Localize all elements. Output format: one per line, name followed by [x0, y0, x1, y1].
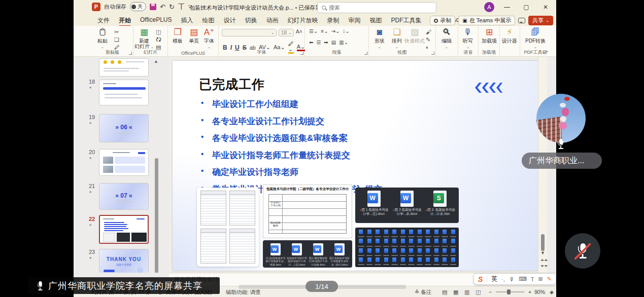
present-in-teams-button[interactable]: ▣在 Teams 中展示 [458, 16, 515, 25]
paragraph-dialog-launcher[interactable] [364, 52, 367, 55]
new-slide-button[interactable]: ▦新建 幻灯片 ⌄ [134, 28, 154, 49]
ime-brush-icon[interactable]: ✎ [547, 276, 552, 282]
thumbnail-slide-21[interactable]: » 07 « [99, 183, 149, 210]
sogou-logo-icon[interactable]: S [478, 275, 483, 283]
scroll-down-icon[interactable]: ▼ [540, 250, 545, 255]
webcam-avatar[interactable] [536, 94, 586, 143]
thumbnail-slide-23[interactable]: THANK YOU 感谢大家观看 [99, 249, 149, 273]
shapes-button[interactable]: ◙形状⌄ [371, 28, 388, 49]
normal-view-icon[interactable]: ▤ [442, 289, 447, 295]
paste-button[interactable]: 📋︎粘贴⌄ [94, 28, 111, 49]
thumbnail-slide-18[interactable] [99, 80, 149, 105]
line-spacing-icon[interactable]: ↕⌄ [343, 28, 349, 34]
thumbnail-slide-17-partial[interactable] [99, 58, 149, 77]
template-button[interactable]: ❐模板 [169, 28, 186, 44]
ribbon-tab-开始[interactable]: 开始 [114, 15, 135, 26]
slide-sorter-view-icon[interactable]: ▦ [453, 289, 458, 295]
zoom-slider-knob[interactable] [507, 289, 511, 294]
copy-icon[interactable]: ❏ [114, 37, 120, 43]
thumbnail-slide-19[interactable]: » 06 « [99, 114, 149, 142]
slideshow-view-icon[interactable]: ◫ [476, 289, 481, 295]
ribbon-tab-录制[interactable]: 录制 [322, 15, 344, 26]
font-size-combo[interactable]: 18⌄ [279, 29, 294, 36]
ribbon-tab-切换[interactable]: 切换 [240, 15, 261, 26]
close-button[interactable]: ✕ [539, 2, 552, 12]
ribbon-tab-视图[interactable]: 视图 [365, 15, 386, 26]
undo-icon[interactable]: ↶ [160, 3, 165, 11]
notes-toggle[interactable]: ≙ 备注 [415, 289, 431, 296]
share-button[interactable]: 共享⌄ [528, 16, 553, 25]
maximize-button[interactable]: ▢ [520, 2, 533, 12]
reset-icon[interactable]: 🗘︎ [156, 37, 161, 43]
ribbon-tab-插入[interactable]: 插入 [176, 15, 197, 26]
shape-fill-icon[interactable]: 🖌︎ [426, 29, 431, 35]
collapse-ribbon-icon[interactable]: ⌄ [545, 48, 549, 53]
ribbon-tab-绘图[interactable]: 绘图 [197, 15, 219, 26]
quick-styles-button[interactable]: ▨快速样式 [404, 28, 425, 44]
previous-slide-icon[interactable]: ⏶⏶ [540, 257, 548, 263]
redo-icon[interactable]: ↻ [169, 3, 175, 11]
ime-skin-icon[interactable]: T [531, 276, 534, 282]
editing-button[interactable]: 🔍︎编辑⌄ [438, 28, 455, 49]
drawing-dialog-launcher[interactable] [431, 52, 434, 55]
save-icon[interactable] [150, 4, 156, 10]
single-page-button[interactable]: ▤单页 [185, 28, 202, 44]
align-left-icon[interactable]: ⬅︎ [309, 40, 313, 45]
ribbon-tab-幻灯片放映[interactable]: 幻灯片放映 [283, 15, 322, 26]
dictate-button[interactable]: 🎙︎听写⌄ [459, 28, 477, 49]
next-slide-icon[interactable]: ⏷⏷ [540, 264, 548, 269]
grow-font-icon[interactable]: A˄ [296, 29, 302, 34]
thumbnail-slide-20[interactable] [99, 149, 149, 176]
fit-to-window-icon[interactable]: ◈ [550, 289, 554, 295]
ime-mic-icon[interactable]: 🎙︎ [509, 276, 515, 282]
clipboard-dialog-launcher[interactable] [129, 52, 132, 55]
ime-cursor-icon[interactable]: ·, [501, 276, 505, 282]
align-right-icon[interactable]: ➡︎ [324, 40, 328, 45]
font-dialog-launcher[interactable] [300, 52, 303, 55]
ribbon-tab-PDF工具集[interactable]: PDF工具集 [386, 15, 426, 26]
account-avatar[interactable]: A [484, 2, 494, 12]
align-center-icon[interactable]: ☰ [316, 40, 321, 45]
ribbon-tab-审阅[interactable]: 审阅 [344, 15, 365, 26]
mute-button[interactable] [565, 233, 600, 269]
zoom-in-icon[interactable]: + [528, 289, 531, 295]
officeplus-font-button[interactable]: A⁺字体⌄ [200, 28, 218, 49]
thumbnails-scrollbar[interactable] [155, 158, 158, 273]
thumbnail-slide-22-selected[interactable] [99, 215, 149, 244]
zoom-level[interactable]: 90% [534, 289, 545, 295]
autosave-toggle[interactable]: 关 [130, 2, 146, 11]
justify-icon[interactable]: ▤ [331, 40, 336, 45]
ime-keyboard-icon[interactable]: ⌨︎ [519, 276, 527, 282]
ribbon-tab-动画[interactable]: 动画 [261, 15, 283, 26]
addins-button[interactable]: ⊞加载项 [481, 28, 498, 44]
zoom-out-icon[interactable]: − [489, 289, 492, 295]
record-button[interactable]: 录制 [430, 16, 455, 25]
accessibility-status[interactable]: 辅助功能: 调查 [226, 289, 261, 296]
cut-icon[interactable]: ✂ [114, 29, 120, 35]
indent-icon[interactable]: ⇥⌄ [331, 28, 340, 34]
layout-icon[interactable]: ◫ [156, 29, 161, 35]
slide-thumbnail-panel[interactable]: ▲ 18★ 19★ [74, 57, 169, 273]
thumbnails-scroll-up-icon[interactable]: ▲ [154, 59, 158, 64]
slideshow-icon[interactable]: 𝍮 [178, 2, 185, 11]
ribbon-tab-设计[interactable]: 设计 [219, 15, 240, 26]
slide-scrollbar-thumb[interactable] [541, 234, 545, 251]
minimize-button[interactable]: — [500, 2, 514, 12]
font-name-combo[interactable]: ⌄ [222, 29, 277, 36]
ime-toolbox-icon[interactable]: ⊞ [538, 276, 543, 282]
bullets-icon[interactable]: ☰⌄ [309, 28, 318, 34]
ribbon-tab-OfficePLUS[interactable]: OfficePLUS [135, 15, 176, 26]
designer-button[interactable]: ⚡︎设计器 [501, 28, 518, 44]
search-input[interactable]: 搜索 [317, 2, 436, 13]
shape-outline-icon[interactable]: ✎ [426, 37, 431, 43]
ime-toolbar[interactable]: S 英 ·, 🎙︎ ⌨︎ T ⊞ ✎ [473, 273, 556, 285]
reading-view-icon[interactable]: ▥ [464, 289, 469, 295]
pdf-convert-button[interactable]: 🗐︎PDF转换⌄ [523, 28, 548, 49]
comments-icon[interactable] [518, 18, 525, 23]
numbering-icon[interactable]: ≡⌄ [321, 28, 328, 34]
columns-icon[interactable]: ▥⌄ [339, 40, 348, 45]
ime-language-toggle[interactable]: 英 [491, 275, 497, 283]
arrange-button[interactable]: ❏排列⌄ [388, 28, 405, 49]
slide-canvas[interactable]: 已完成工作 毕业设计工作小组组建各专业毕业设计工作计划提交各专业毕业设计选题征集… [173, 61, 542, 271]
zoom-slider[interactable] [496, 291, 524, 292]
